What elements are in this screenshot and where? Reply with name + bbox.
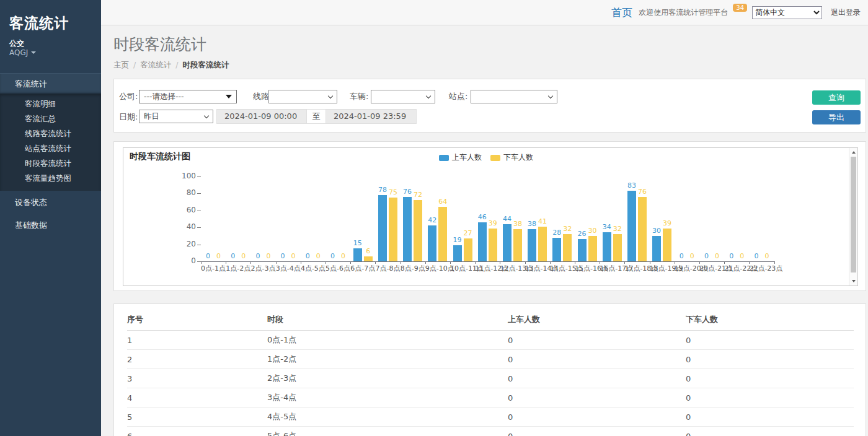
bar-value-label: 0 [260,252,277,260]
x-axis-category-label: 6点-7点 [350,264,375,273]
bar-group: 0020点-21点 [699,148,724,261]
boarding-bar [652,236,661,261]
table-cell: 4点-5点 [267,408,508,427]
bar-value-label: 15 [350,239,366,247]
date-preset-select[interactable]: 昨日 [139,110,213,123]
table-cell: 2 [127,350,267,369]
table-row: 10点-1点00 [127,331,854,350]
x-axis-category-label: 10点-11点 [450,264,475,273]
sidebar-subitem-flow-detail[interactable]: 客流明细 [0,97,101,111]
home-link[interactable]: 首页 [611,6,632,20]
bar-value-label: 75 [385,188,401,196]
y-axis-tick-label: 20 [128,240,196,248]
org-label: 公交 [9,38,24,49]
x-axis-category-label: 8点-9点 [401,264,425,273]
x-axis-category-label: 9点-10点 [425,264,450,273]
sidebar-subitem-period-flow-stats[interactable]: 时段客流统计 [0,156,101,171]
language-select[interactable]: 简体中文 [752,6,822,19]
sidebar-subitem-flow-trend-chart[interactable]: 客流量趋势图 [0,171,101,186]
bar-group: 0019点-20点 [675,148,699,261]
bar-value-label: 0 [709,252,725,260]
station-label: 站点: [449,90,467,103]
station-select[interactable] [471,90,557,103]
sidebar-item-passenger-flow-stats[interactable]: 客流统计 [0,73,101,94]
logout-link[interactable]: 退出登录 [831,7,861,18]
app-title: 客流统计 [9,14,69,33]
dropdown-arrow-icon [226,95,232,98]
page-title: 时段客流统计 [113,34,206,54]
alighting-bar [438,207,447,261]
table-row: 65点-6点00 [127,427,854,436]
main-content: 时段客流统计 主页/客流统计/时段客流统计 公司: ---请选择--- 线路: … [101,25,868,436]
boarding-bar [478,222,487,261]
bar-value-label: 27 [460,229,476,237]
breadcrumb-home[interactable]: 主页 [113,60,129,69]
date-range-separator: 至 [307,109,326,124]
x-axis-category-label: 5点-6点 [326,264,350,273]
company-select[interactable]: ---请选择--- [139,90,237,103]
boarding-bar [627,191,636,261]
sidebar: 客流统计 公交 AQGJ 客流统计客流明细客流汇总线路客流统计站点客流统计时段客… [0,0,101,436]
vehicle-select[interactable] [371,90,435,103]
export-button[interactable]: 导出 [812,110,861,124]
table-cell: 1 [127,331,267,350]
bar-value-label: 30 [585,227,601,235]
bar-group: 0022点-23点 [749,148,774,261]
alighting-bar [414,200,422,261]
bar-value-label: 0 [236,252,252,260]
chevron-down-icon [204,113,209,118]
x-axis-category-label: 3点-4点 [276,264,301,273]
breadcrumb-flow-stats[interactable]: 客流统计 [140,60,171,69]
bar-value-label: 32 [559,225,575,233]
alighting-bar [588,236,597,261]
sidebar-item-base-data[interactable]: 基础数据 [0,214,101,237]
x-axis-tick [774,261,775,264]
org-code-dropdown[interactable]: AQGJ [9,48,36,57]
bar-group: 303918点-19点 [650,148,675,261]
x-axis-category-label: 2点-3点 [250,264,275,273]
table-header-cell: 下车人数 [686,310,854,331]
triangle-down-icon [852,280,856,282]
table-header-cell: 时段 [267,310,508,331]
date-from-input[interactable]: 2024-01-09 00:00 [216,109,307,124]
date-label: 日期: [119,110,138,124]
table-cell: 0 [508,369,686,388]
x-axis-category-label: 15点-16点 [575,264,600,273]
alighting-bar [538,227,547,261]
bar-group: 001点-2点 [226,148,250,261]
table-cell: 0 [508,427,686,436]
bar-value-label: 0 [734,252,750,260]
company-label: 公司: [119,90,138,103]
period-stats-table: 序号时段上车人数下车人数10点-1点0021点-2点0032点-3点0043点-… [127,310,854,436]
table-cell: 2点-3点 [267,369,508,388]
sidebar-menu: 客流统计客流明细客流汇总线路客流统计站点客流统计时段客流统计客流量趋势图设备状态… [0,73,101,237]
table-panel: 序号时段上车人数下车人数10点-1点0021点-2点0032点-3点0043点-… [113,303,866,436]
scroll-up-button[interactable] [849,148,857,157]
y-axis-tick-label: 0 [128,256,196,265]
bar-value-label: 64 [435,198,451,206]
table-cell: 0 [686,350,854,369]
breadcrumb: 主页/客流统计/时段客流统计 [113,60,229,71]
x-axis-category-label: 13点-14点 [525,264,550,273]
table-cell: 0点-1点 [267,331,508,350]
table-cell: 0 [686,388,854,408]
table-header-cell: 序号 [127,310,267,331]
chart-scrollbar[interactable] [849,148,857,286]
sidebar-subitem-line-flow-stats[interactable]: 线路客流统计 [0,126,101,141]
sidebar-subitem-flow-summary[interactable]: 客流汇总 [0,111,101,126]
sidebar-item-device-status[interactable]: 设备状态 [0,191,101,214]
date-preset-value: 昨日 [144,111,159,122]
scrollbar-thumb[interactable] [851,157,856,272]
date-to-input[interactable]: 2024-01-09 23:59 [326,109,417,124]
alighting-bar [563,234,572,261]
scroll-down-button[interactable] [849,277,857,286]
chevron-down-icon [548,93,553,98]
sidebar-subitem-station-flow-stats[interactable]: 站点客流统计 [0,141,101,156]
table-cell: 3点-4点 [267,388,508,408]
bar-value-label: 0 [335,252,352,260]
x-axis-category-label: 22点-23点 [749,264,774,273]
search-button[interactable]: 查询 [812,90,861,105]
bar-group: 005点-6点 [326,148,350,261]
bar-group: 0021点-22点 [724,148,749,261]
line-select[interactable] [268,90,337,103]
